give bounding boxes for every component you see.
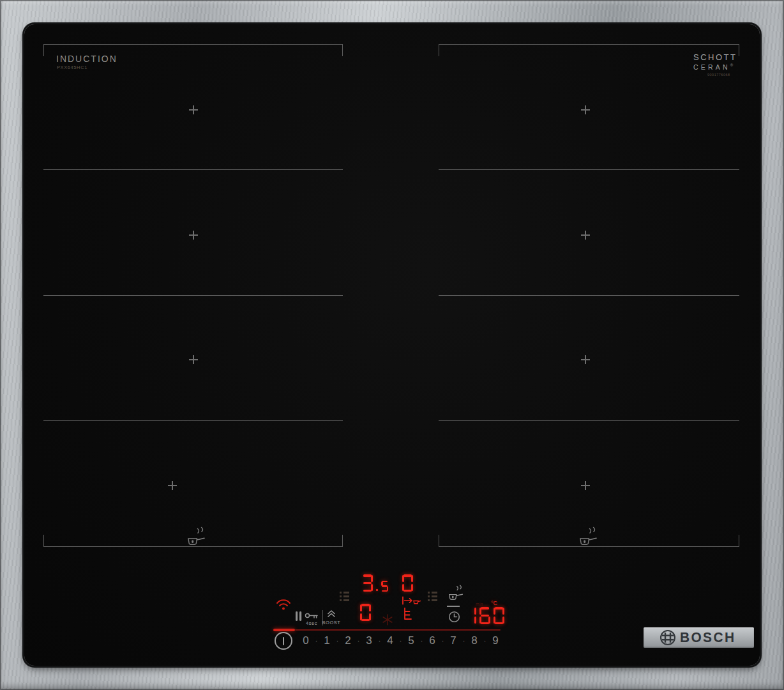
ceramic-glass-surface [24, 24, 760, 666]
level-separator-dot: · [377, 636, 383, 645]
left-zone-divider-line [43, 295, 343, 296]
level-separator-dot: · [461, 636, 467, 645]
registered-mark: ® [730, 63, 733, 67]
level-separator-dot: · [440, 636, 446, 645]
cooking-zone-plus-mark [189, 355, 198, 364]
left-zone-divider-line [43, 420, 343, 421]
model-number: PXX645HC1 [57, 65, 87, 70]
power-level-7[interactable]: 7 [446, 634, 460, 647]
power-button[interactable] [275, 632, 292, 650]
temperature-unit-label: °C [491, 600, 497, 606]
level-separator-dot: · [313, 636, 320, 645]
right-zone-divider-line [439, 295, 739, 296]
left-zone-divider-line [43, 169, 343, 170]
induction-label: INDUCTION [56, 54, 117, 64]
left-zone-bottom-left-corner [43, 535, 44, 547]
power-level-display-top-left [362, 574, 388, 592]
timer-clock-icon[interactable] [448, 611, 460, 623]
right-zone-divider-line [439, 169, 739, 170]
left-zone-select-icon[interactable] [340, 591, 349, 602]
power-level-9[interactable]: 9 [488, 634, 502, 647]
frying-sensor-pan-icon [575, 526, 598, 548]
left-zone-top-line [43, 44, 343, 45]
glass-part-number: 9001776068 [707, 73, 730, 77]
left-zone-top-left-corner [43, 44, 44, 56]
power-level-3[interactable]: 3 [362, 634, 376, 647]
star-icon[interactable] [381, 613, 394, 626]
right-zone-divider-line [439, 420, 739, 421]
power-level-8[interactable]: 8 [467, 634, 481, 647]
slider-active-segment [273, 629, 295, 631]
power-level-2[interactable]: 2 [341, 634, 355, 647]
move-pot-indicator-icon [402, 607, 415, 620]
right-zone-top-left-corner [439, 44, 439, 56]
childlock-label: 4sec [303, 620, 320, 626]
cooking-zone-plus-mark [581, 481, 590, 490]
cooking-zone-plus-mark [189, 231, 198, 240]
level-separator-dot: · [398, 636, 404, 645]
left-zone-top-right-corner [342, 44, 343, 56]
level-separator-dot: · [482, 636, 488, 645]
right-zone-select-icon[interactable] [428, 591, 437, 602]
cooking-zone-plus-mark [581, 105, 590, 114]
wifi-icon[interactable] [275, 597, 292, 611]
left-zone-bottom-right-corner [342, 535, 343, 547]
level-separator-dot: · [419, 636, 425, 645]
power-level-0[interactable]: 0 [299, 634, 313, 647]
slider-track-line [295, 629, 501, 631]
frying-sensor-pan-icon [183, 526, 206, 548]
timer-min-label: min [476, 602, 483, 606]
childlock-key-icon[interactable] [305, 612, 319, 620]
level-separator-dot: · [335, 636, 341, 645]
cooking-zone-plus-mark [168, 481, 177, 490]
power-level-6[interactable]: 6 [425, 634, 439, 647]
power-level-1[interactable]: 1 [320, 634, 334, 647]
level-separator-dot: · [356, 636, 362, 645]
right-zone-top-right-corner [739, 44, 739, 56]
schott-line2: CERAN [693, 63, 730, 71]
induction-hob: INDUCTION PXX645HC1 SCHOTT CERAN® 900177… [0, 0, 784, 690]
cooking-zone-plus-mark [189, 105, 198, 114]
bosch-emblem-icon [660, 629, 676, 646]
power-level-display-bottom-left [360, 604, 371, 621]
pause-bars-icon[interactable] [295, 611, 303, 622]
move-pan-indicator-icon [402, 595, 421, 606]
temperature-display [465, 607, 504, 624]
power-level-5[interactable]: 5 [404, 634, 418, 647]
boost-label: BOOST [321, 620, 342, 625]
power-level-display-top-right [402, 574, 413, 592]
cooking-zone-plus-mark [581, 355, 590, 364]
schott-ceran-logo: SCHOTT CERAN® [693, 54, 737, 71]
frying-sensor-key-icon[interactable] [445, 585, 464, 602]
right-zone-bottom-left-corner [439, 535, 439, 547]
right-zone-bottom-right-corner [739, 535, 739, 547]
sensor-separator-line [447, 606, 460, 607]
cooking-zone-plus-mark [581, 231, 590, 240]
right-zone-top-line [439, 44, 739, 45]
bosch-logo-text: BOSCH [680, 629, 735, 646]
schott-line1: SCHOTT [693, 52, 737, 62]
boost-chevrons-icon[interactable] [326, 610, 336, 618]
power-level-4[interactable]: 4 [383, 634, 397, 647]
bosch-badge: BOSCH [644, 627, 754, 648]
